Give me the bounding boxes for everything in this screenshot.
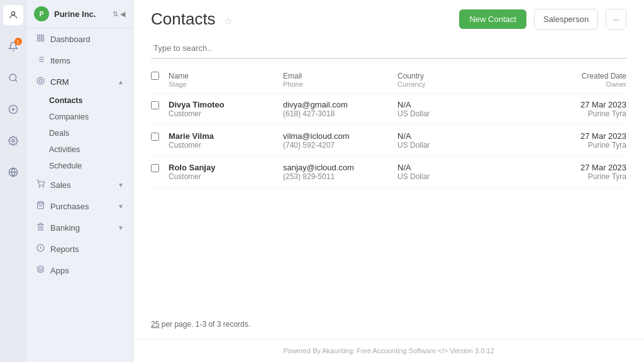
sidebar-item-companies-label: Companies xyxy=(49,112,89,121)
sidebar-item-reports[interactable]: Reports xyxy=(26,238,133,260)
row-checkbox-cell-1 xyxy=(151,100,169,109)
svg-point-0 xyxy=(11,12,14,15)
contact-email: sanjay@icloud.com xyxy=(283,163,397,172)
row-3-name-cell: Rolo Sanjay Customer xyxy=(169,163,283,181)
gear-nav-icon[interactable] xyxy=(3,131,23,151)
main-content: Contacts ☆ New Contact Salesperson ··· N… xyxy=(133,0,644,362)
row-2-name-cell: Marie Vilma Customer xyxy=(169,131,283,150)
sales-icon xyxy=(35,180,45,190)
row-1-checkbox[interactable] xyxy=(151,101,159,109)
table-row: Divya Timoteo Customer divya@gmail.com (… xyxy=(151,94,626,125)
header-checkbox-cell xyxy=(151,72,169,88)
company-header[interactable]: P Purine Inc. ⇅ ◀ xyxy=(26,0,133,28)
per-page-selector[interactable]: 25 xyxy=(151,320,159,329)
sidebar-item-dashboard[interactable]: Dashboard xyxy=(26,28,133,50)
top-bar: Contacts ☆ New Contact Salesperson ··· xyxy=(133,0,644,38)
contact-name[interactable]: Marie Vilma xyxy=(169,131,283,141)
sidebar-item-items-label: Items xyxy=(50,56,70,65)
sidebar-item-crm[interactable]: CRM ▲ xyxy=(26,71,133,92)
sidebar-item-activities[interactable]: Activities xyxy=(26,141,133,158)
company-name: Purine Inc. xyxy=(54,9,108,19)
sidebar-item-contacts-label: Contacts xyxy=(49,96,82,105)
search-nav-icon[interactable] xyxy=(3,68,23,88)
user-nav-icon[interactable] xyxy=(3,5,23,25)
sidebar-item-apps-label: Apps xyxy=(50,266,69,275)
row-2-checkbox[interactable] xyxy=(151,133,159,141)
sales-chevron-icon: ▼ xyxy=(118,182,124,189)
sidebar-item-schedule-label: Schedule xyxy=(49,162,82,170)
crm-chevron-up-icon: ▲ xyxy=(118,79,124,85)
page-title: Contacts ☆ xyxy=(151,9,452,29)
salesperson-button[interactable]: Salesperson xyxy=(534,9,598,30)
plus-nav-icon[interactable] xyxy=(3,99,23,119)
sidebar-item-deals-label: Deals xyxy=(49,129,69,138)
row-1-date-cell: 27 Mar 2023 Purine Tyra xyxy=(512,100,626,118)
svg-line-2 xyxy=(15,80,17,82)
svg-rect-12 xyxy=(41,39,43,41)
row-3-email-cell: sanjay@icloud.com (253) 829-5011 xyxy=(283,163,397,181)
bell-nav-icon[interactable]: 1 xyxy=(3,36,23,57)
globe-nav-icon[interactable] xyxy=(3,162,23,182)
svg-point-20 xyxy=(39,79,42,82)
sidebar-item-schedule[interactable]: Schedule xyxy=(26,158,133,174)
sidebar-item-deals[interactable]: Deals xyxy=(26,125,133,141)
sidebar-item-banking-label: Banking xyxy=(50,223,80,233)
search-bar xyxy=(133,38,644,67)
row-2-email-cell: vilma@icloud.com (740) 592-4207 xyxy=(283,131,397,150)
sidebar-item-crm-label: CRM xyxy=(50,77,69,87)
banking-icon xyxy=(35,222,45,233)
footer: Powered By Akaunting: Free Accounting So… xyxy=(133,339,644,362)
row-1-email-cell: divya@gmail.com (618) 427-3018 xyxy=(283,100,397,118)
row-1-name-cell: Divya Timoteo Customer xyxy=(169,100,283,118)
contact-country: N/A xyxy=(397,131,512,141)
sidebar-item-reports-label: Reports xyxy=(50,244,79,254)
more-options-button[interactable]: ··· xyxy=(606,9,626,30)
company-controls[interactable]: ⇅ ◀ xyxy=(113,10,125,18)
svg-point-1 xyxy=(9,74,16,81)
sidebar-item-sales[interactable]: Sales ▼ xyxy=(26,174,133,195)
sidebar-item-sales-label: Sales xyxy=(50,180,71,190)
svg-marker-29 xyxy=(38,223,43,225)
sidebar-item-apps[interactable]: Apps xyxy=(26,260,133,281)
contact-name[interactable]: Rolo Sanjay xyxy=(169,163,283,172)
svg-rect-11 xyxy=(37,39,40,41)
svg-point-21 xyxy=(39,187,40,187)
sidebar-item-items[interactable]: Items xyxy=(26,50,133,71)
search-input[interactable] xyxy=(151,38,626,59)
notification-badge: 1 xyxy=(14,38,22,45)
purchases-chevron-icon: ▼ xyxy=(118,203,124,210)
svg-rect-9 xyxy=(37,35,40,38)
icon-sidebar: 1 xyxy=(0,0,26,362)
code-icon: </> xyxy=(438,347,450,354)
row-2-country-cell: N/A US Dollar xyxy=(397,131,512,150)
row-3-country-cell: N/A US Dollar xyxy=(397,163,512,181)
sidebar-item-companies[interactable]: Companies xyxy=(26,109,133,125)
svg-rect-10 xyxy=(41,35,43,38)
col-header-date: Created Date Owner xyxy=(512,72,626,88)
sidebar-item-contacts[interactable]: Contacts xyxy=(26,92,133,109)
contact-stage: Customer xyxy=(169,172,283,181)
row-3-checkbox[interactable] xyxy=(151,164,159,172)
pagination: 25 per page. 1-3 of 3 records. xyxy=(133,310,644,339)
favorite-icon[interactable]: ☆ xyxy=(224,16,233,26)
contacts-table: Name Stage Email Phone Country Currency … xyxy=(133,67,644,310)
footer-text: Powered By Akaunting: Free Accounting So… xyxy=(283,347,436,354)
col-header-name: Name Stage xyxy=(169,72,283,88)
contact-name[interactable]: Divya Timoteo xyxy=(169,100,283,109)
table-row: Rolo Sanjay Customer sanjay@icloud.com (… xyxy=(151,156,626,188)
row-2-date-cell: 27 Mar 2023 Purine Tyra xyxy=(512,131,626,150)
contact-phone: (740) 592-4207 xyxy=(283,141,397,150)
row-3-date-cell: 27 Mar 2023 Purine Tyra xyxy=(512,163,626,181)
new-contact-button[interactable]: New Contact xyxy=(459,9,526,29)
sidebar-item-purchases[interactable]: Purchases ▼ xyxy=(26,195,133,217)
select-all-checkbox[interactable] xyxy=(151,72,159,80)
svg-point-22 xyxy=(43,187,43,187)
reports-icon xyxy=(35,244,45,254)
col-header-country: Country Currency xyxy=(397,72,512,88)
contact-currency: US Dollar xyxy=(397,141,512,150)
nav-sidebar: P Purine Inc. ⇅ ◀ Dashboard Items CRM ▲ … xyxy=(26,0,133,362)
contact-phone: (618) 427-3018 xyxy=(283,109,397,118)
sidebar-item-banking[interactable]: Banking ▼ xyxy=(26,217,133,238)
apps-icon xyxy=(35,265,45,275)
contact-date: 27 Mar 2023 xyxy=(512,100,626,109)
